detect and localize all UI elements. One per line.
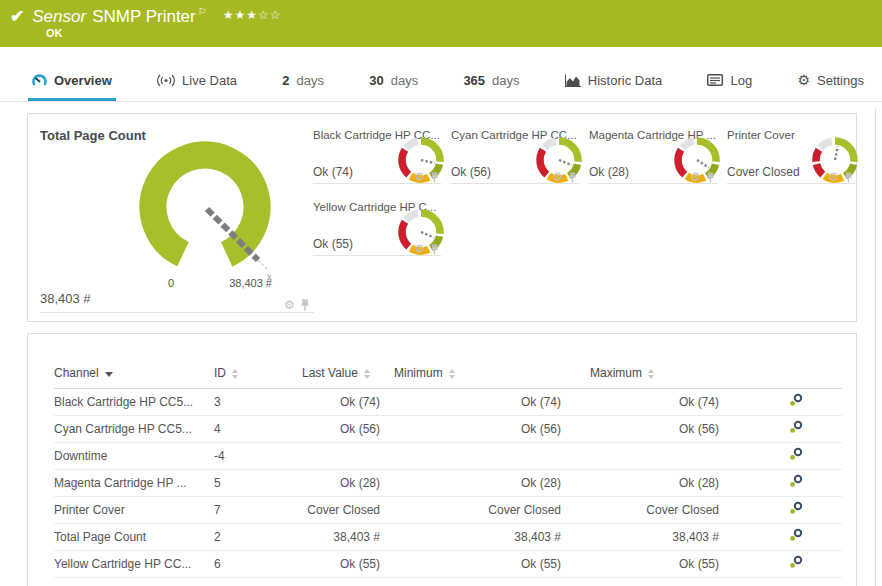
- channel-link[interactable]: Yellow Cartridge HP CC...: [54, 557, 191, 571]
- tab-365-days-number: 365: [463, 73, 485, 88]
- tab-2-days-number: 2: [282, 73, 289, 88]
- gauge-settings-gear-icon[interactable]: ⚙: [828, 171, 839, 183]
- column-header-channel[interactable]: Channel: [54, 358, 214, 388]
- sort-desc-icon: [105, 372, 113, 377]
- pin-icon[interactable]: [706, 172, 715, 183]
- channel-last-value: [302, 442, 394, 469]
- channel-id: 5: [214, 469, 302, 496]
- tab-365-days[interactable]: 365 days: [459, 62, 523, 101]
- gauge-settings-gear-icon[interactable]: ⚙: [690, 171, 701, 183]
- tab-30-days-unit: days: [391, 73, 418, 88]
- gauge-title: Printer Cover: [727, 129, 795, 141]
- tab-2-days[interactable]: 2 days: [278, 62, 328, 101]
- channel-id: 6: [214, 550, 302, 577]
- tab-log[interactable]: Log: [703, 62, 756, 101]
- gauge-settings-gear-icon[interactable]: ⚙: [414, 243, 425, 255]
- gauge-value: Ok (74): [313, 165, 353, 179]
- gauge-value: Ok (56): [451, 165, 491, 179]
- channel-link[interactable]: Printer Cover: [54, 503, 125, 517]
- live-data-icon: [157, 74, 175, 87]
- tab-30-days[interactable]: 30 days: [365, 62, 422, 101]
- gauge-settings-gear-icon[interactable]: ⚙: [552, 171, 563, 183]
- channel-link[interactable]: Black Cartridge HP CC5...: [54, 395, 193, 409]
- divider: [40, 312, 314, 313]
- pin-icon[interactable]: [300, 299, 310, 311]
- table-row: Printer Cover 7 Cover Closed Cover Close…: [54, 496, 842, 523]
- channel-link[interactable]: Magenta Cartridge HP ...: [54, 476, 187, 490]
- pin-icon[interactable]: [568, 172, 577, 183]
- sort-icon: [232, 369, 238, 379]
- priority-stars[interactable]: ★★★☆☆: [223, 7, 282, 23]
- edit-channel-icon[interactable]: [789, 528, 803, 542]
- gauge-settings-gear-icon[interactable]: ⚙: [284, 299, 295, 311]
- tab-settings-label: Settings: [817, 73, 864, 88]
- channel-minimum: Ok (56): [394, 415, 590, 442]
- pin-icon[interactable]: [430, 172, 439, 183]
- table-row: Downtime -4: [54, 442, 842, 469]
- tab-live-data[interactable]: Live Data: [153, 62, 241, 101]
- column-header-last-value[interactable]: Last Value: [302, 358, 394, 388]
- edit-channel-icon[interactable]: [789, 447, 803, 461]
- gauge-printer-cover: Printer Cover Cover Closed ⚙: [727, 129, 855, 184]
- edit-channel-icon[interactable]: [789, 555, 803, 569]
- tab-historic-data[interactable]: Historic Data: [561, 62, 666, 101]
- tab-30-days-number: 30: [369, 73, 383, 88]
- log-icon: [707, 74, 723, 86]
- gauge-settings-gear-icon[interactable]: ⚙: [414, 171, 425, 183]
- gauge-value: Ok (28): [589, 165, 629, 179]
- channel-link[interactable]: Downtime: [54, 449, 107, 463]
- channel-id: -4: [214, 442, 302, 469]
- column-header-maximum[interactable]: Maximum: [590, 358, 750, 388]
- page-title: SNMP Printer: [92, 6, 196, 28]
- edit-channel-icon[interactable]: [789, 420, 803, 434]
- gauge-cyan-cartridge: Cyan Cartridge HP CC... Ok (56) ⚙: [451, 129, 579, 184]
- gauge-black-cartridge: Black Cartridge HP CC... Ok (74) ⚙: [313, 129, 441, 184]
- channel-link[interactable]: Total Page Count: [54, 530, 146, 544]
- channel-id: 3: [214, 388, 302, 415]
- channel-minimum: Ok (74): [394, 388, 590, 415]
- gauge-value: Cover Closed: [727, 165, 800, 179]
- sort-icon: [449, 369, 455, 379]
- column-header-minimum[interactable]: Minimum: [394, 358, 590, 388]
- stars-filled: ★★★: [223, 8, 258, 22]
- table-row: Cyan Cartridge HP CC5... 4 Ok (56) Ok (5…: [54, 415, 842, 442]
- channel-last-value: Ok (55): [302, 550, 394, 577]
- flag-icon[interactable]: ⚐: [198, 6, 207, 17]
- tab-historic-data-label: Historic Data: [588, 73, 662, 88]
- gauge-current-value: 38,403 #: [40, 291, 91, 306]
- edit-channel-icon[interactable]: [789, 501, 803, 515]
- channel-maximum: Cover Closed: [590, 496, 750, 523]
- tab-overview[interactable]: Overview: [28, 62, 116, 101]
- pin-icon[interactable]: [430, 244, 439, 255]
- channel-maximum: Ok (74): [590, 388, 750, 415]
- channel-last-value: Cover Closed: [302, 496, 394, 523]
- tab-bar: Overview Live Data 2 days 30 days 365 da…: [0, 62, 882, 102]
- channel-last-value: Ok (28): [302, 469, 394, 496]
- tab-settings[interactable]: ⚙ Settings: [793, 62, 868, 101]
- sort-icon: [648, 369, 654, 379]
- channel-link[interactable]: Cyan Cartridge HP CC5...: [54, 422, 192, 436]
- channel-minimum: Ok (55): [394, 550, 590, 577]
- column-header-edit: [750, 358, 842, 388]
- table-row: Total Page Count 2 38,403 # 38,403 # 38,…: [54, 523, 842, 550]
- channel-id: 7: [214, 496, 302, 523]
- channel-id: 2: [214, 523, 302, 550]
- channel-maximum: 38,403 #: [590, 523, 750, 550]
- pin-icon[interactable]: [844, 172, 853, 183]
- tab-365-days-unit: days: [492, 73, 519, 88]
- channel-maximum: Ok (28): [590, 469, 750, 496]
- gauge-scale-max: 38,403 #: [200, 277, 272, 289]
- channel-last-value: Ok (56): [302, 415, 394, 442]
- table-row: Magenta Cartridge HP ... 5 Ok (28) Ok (2…: [54, 469, 842, 496]
- settings-gear-icon: ⚙: [797, 73, 810, 87]
- sensor-header: ✔ Sensor SNMP Printer ⚐ ★★★☆☆ OK: [0, 0, 882, 47]
- edit-channel-icon[interactable]: [789, 474, 803, 488]
- channel-minimum: Cover Closed: [394, 496, 590, 523]
- channel-maximum: [590, 442, 750, 469]
- edit-channel-icon[interactable]: [789, 393, 803, 407]
- tab-2-days-unit: days: [296, 73, 323, 88]
- gauge-icon: [32, 73, 47, 88]
- ok-check-icon: ✔: [10, 6, 24, 28]
- gauges-panel: Total Page Count x 0 38,403 # 38,403 # ⚙…: [27, 113, 857, 322]
- column-header-id[interactable]: ID: [214, 358, 302, 388]
